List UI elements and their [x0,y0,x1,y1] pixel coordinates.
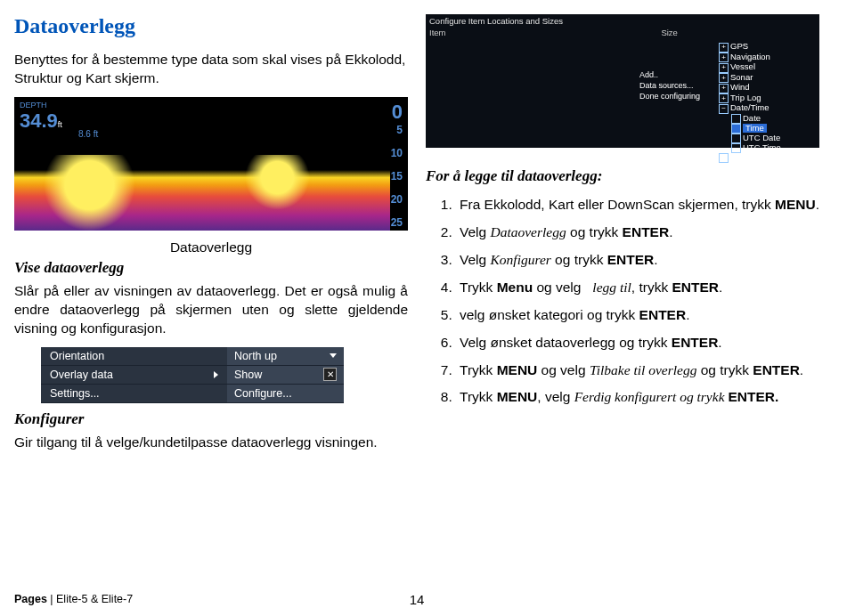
menu-orientation[interactable]: Orientation [41,347,227,366]
scale-zero: 0 [392,101,403,124]
menu-orientation-value[interactable]: North up [227,347,344,366]
add-button[interactable]: Add.. [636,69,716,80]
checkbox-checked-icon: ✕ [323,368,337,381]
step-5: velg ønsket kategori og trykk ENTER. [456,306,819,325]
done-configuring-button[interactable]: Done configuring [636,91,716,101]
menu-configure[interactable]: Configure... [227,385,344,403]
menu-settings[interactable]: Settings... [41,385,227,403]
depth-unit: ft [58,120,62,129]
configure-panel: Configure Item Locations and Sizes Item … [426,14,819,148]
steps-list: Fra Ekkolodd, Kart eller DownScan skjerm… [426,196,819,407]
sub-heading-show: Vise dataoverlegg [14,259,408,277]
tree-other[interactable]: +Other [719,153,817,164]
step-8: Trykk MENU, velg Ferdig konfigurert og t… [456,388,819,407]
menu-overlay-data[interactable]: Overlay data [41,366,227,385]
page-number: 14 [410,592,425,607]
depth-marker: 8.6 ft [77,129,100,139]
step-6: Velg ønsket dataoverlegg og trykk ENTER. [456,334,819,353]
config-header: Configure Item Locations and Sizes [426,14,819,28]
step-3: Velg Konfigurer og trykk ENTER. [456,251,819,270]
settings-menu: Orientation North up Overlay data Show ✕… [41,347,344,403]
step-1: Fra Ekkolodd, Kart eller DownScan skjerm… [456,196,819,215]
step-2: Velg Dataoverlegg og trykk ENTER. [456,223,819,242]
steps-title: For å legge til dataoverlegg: [426,167,819,185]
menu-show[interactable]: Show ✕ [227,366,344,385]
config-tree: +GPS +Navigation +Vessel +Sonar +Wind +T… [716,39,819,139]
step-7: Trykk MENU og velg Tilbake til overlegg … [456,361,819,380]
sonar-screenshot: DEPTH 34.9ft 0 8.6 ft 5 10 15 20 25 [14,97,408,231]
sub-body-show: Slår på eller av visningen av dataoverle… [14,282,408,338]
sub-body-configure: Gir tilgang til å velge/kundetilpasse da… [14,434,408,452]
tree-date[interactable]: Date [719,114,817,124]
step-4: Trykk Menu og velg legg til, trykk ENTER… [456,279,819,297]
page-title: Dataoverlegg [14,14,408,38]
tree-datetime[interactable]: −Date/Time [719,103,817,114]
footer-label: Pages | Elite-5 & Elite-7 [14,593,133,605]
depth-scale: 5 10 15 20 25 [391,124,403,229]
col-size: Size [661,28,816,37]
chevron-down-icon [330,353,337,358]
caption-label: Dataoverlegg [14,239,408,255]
chevron-right-icon [214,371,218,378]
col-item: Item [429,28,661,37]
sub-heading-configure: Konfigurer [14,410,408,428]
data-sources-button[interactable]: Data sources... [636,80,716,91]
depth-value: 34.9 [20,109,58,132]
intro-text: Benyttes for å bestemme type data som sk… [14,51,408,88]
depth-label: DEPTH [20,101,62,109]
sonar-echo-graphic [14,155,390,231]
